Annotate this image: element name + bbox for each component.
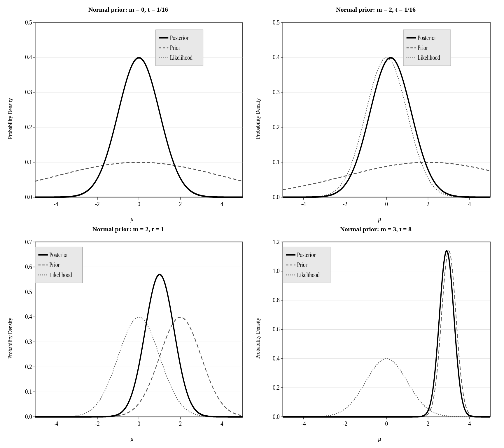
plot-2-title: Normal prior: m = 2, t = 1/16	[336, 6, 416, 13]
plot-1-svg: 0.00.10.20.30.40.5-4-2024PosteriorPriorL…	[13, 15, 251, 215]
svg-text:-4: -4	[301, 420, 306, 428]
svg-text:Prior: Prior	[418, 44, 428, 51]
plot-2-svg-container: 0.00.10.20.30.40.5-4-2024PosteriorPriorL…	[261, 15, 498, 215]
svg-text:0.5: 0.5	[273, 18, 280, 26]
svg-text:2: 2	[179, 200, 182, 208]
svg-text:2: 2	[427, 200, 429, 208]
plot-1-title: Normal prior: m = 0, t = 1/16	[88, 6, 168, 13]
plot-2-svg: 0.00.10.20.30.40.5-4-2024PosteriorPriorL…	[261, 15, 498, 215]
svg-text:0.5: 0.5	[25, 288, 32, 296]
svg-text:Prior: Prior	[170, 44, 180, 51]
svg-text:-2: -2	[343, 420, 347, 428]
svg-text:0.7: 0.7	[25, 238, 32, 246]
plot-2-ylabel: Probability Density	[253, 15, 261, 223]
svg-rect-0	[35, 22, 243, 197]
plot-3: Normal prior: m = 2, t = 1 Probability D…	[6, 225, 251, 442]
plot-4-ylabel: Probability Density	[253, 235, 261, 442]
plot-1-chart: 0.00.10.20.30.40.5-4-2024PosteriorPriorL…	[13, 15, 251, 223]
svg-text:0.2: 0.2	[273, 123, 280, 131]
svg-text:-4: -4	[54, 420, 58, 428]
svg-text:4: 4	[220, 200, 223, 208]
svg-text:0.0: 0.0	[25, 193, 32, 201]
svg-text:0.4: 0.4	[273, 354, 280, 362]
svg-text:0: 0	[137, 200, 140, 208]
svg-text:-4: -4	[301, 200, 306, 208]
svg-text:0.2: 0.2	[25, 363, 32, 371]
svg-text:Likelihood: Likelihood	[49, 271, 72, 278]
plot-4-svg: 0.00.20.40.60.81.01.2-4-2024PosteriorPri…	[261, 235, 498, 434]
svg-text:0.2: 0.2	[273, 384, 280, 391]
svg-text:0.4: 0.4	[25, 53, 32, 61]
svg-text:4: 4	[468, 200, 471, 208]
svg-text:0.3: 0.3	[25, 88, 32, 96]
svg-text:0.1: 0.1	[273, 158, 280, 166]
plot-1-ylabel: Probability Density	[6, 15, 13, 223]
svg-text:Likelihood: Likelihood	[170, 54, 192, 61]
svg-text:Posterior: Posterior	[170, 34, 189, 41]
plot-3-chart: 0.00.10.20.30.40.50.60.7-4-2024Posterior…	[13, 235, 251, 442]
plot-3-xlabel: μ	[13, 434, 251, 442]
svg-text:-4: -4	[54, 200, 58, 208]
plot-3-svg-container: 0.00.10.20.30.40.50.60.7-4-2024Posterior…	[13, 235, 251, 434]
plot-2-area: Probability Density 0.00.10.20.30.40.5-4…	[253, 15, 498, 223]
svg-text:0: 0	[385, 420, 388, 428]
svg-text:-2: -2	[343, 200, 347, 208]
plot-1-area: Probability Density 0.00.10.20.30.40.5-4…	[6, 15, 251, 223]
svg-text:0.2: 0.2	[25, 123, 32, 131]
plot-3-ylabel: Probability Density	[6, 235, 13, 442]
plot-1: Normal prior: m = 0, t = 1/16 Probabilit…	[6, 6, 251, 223]
plot-2-xlabel: μ	[261, 215, 498, 223]
svg-text:Prior: Prior	[297, 261, 307, 268]
plot-2: Normal prior: m = 2, t = 1/16 Probabilit…	[253, 6, 498, 223]
svg-text:4: 4	[468, 420, 471, 428]
svg-text:-2: -2	[95, 420, 100, 428]
svg-text:0.4: 0.4	[273, 53, 280, 61]
svg-text:2: 2	[427, 420, 429, 428]
svg-text:0.0: 0.0	[273, 413, 280, 421]
plot-3-area: Probability Density 0.00.10.20.30.40.50.…	[6, 235, 251, 442]
plot-4-xlabel: μ	[261, 434, 498, 442]
svg-text:0.4: 0.4	[25, 313, 32, 321]
svg-text:Posterior: Posterior	[297, 251, 316, 258]
svg-text:0: 0	[137, 420, 140, 428]
svg-text:0.6: 0.6	[273, 325, 280, 333]
svg-text:-2: -2	[95, 200, 100, 208]
svg-text:0.0: 0.0	[273, 193, 280, 201]
plot-4: Normal prior: m = 3, t = 8 Probability D…	[253, 225, 498, 442]
svg-text:0.5: 0.5	[25, 18, 32, 26]
svg-rect-36	[283, 22, 490, 197]
plot-1-xlabel: μ	[13, 215, 251, 223]
main-grid: Normal prior: m = 0, t = 1/16 Probabilit…	[0, 0, 504, 448]
svg-text:Likelihood: Likelihood	[297, 271, 319, 278]
svg-text:0.1: 0.1	[25, 388, 32, 396]
plot-2-chart: 0.00.10.20.30.40.5-4-2024PosteriorPriorL…	[261, 15, 498, 223]
svg-text:Posterior: Posterior	[418, 34, 436, 41]
svg-text:0.6: 0.6	[25, 263, 32, 271]
svg-text:0.1: 0.1	[25, 158, 32, 166]
plot-4-svg-container: 0.00.20.40.60.81.01.2-4-2024PosteriorPri…	[261, 235, 498, 434]
svg-text:0: 0	[385, 200, 388, 208]
plot-3-svg: 0.00.10.20.30.40.50.60.7-4-2024Posterior…	[13, 235, 251, 434]
plot-4-title: Normal prior: m = 3, t = 8	[340, 225, 412, 233]
svg-text:Likelihood: Likelihood	[418, 54, 440, 61]
svg-text:0.3: 0.3	[25, 338, 32, 346]
plot-4-area: Probability Density 0.00.20.40.60.81.01.…	[253, 235, 498, 442]
svg-text:2: 2	[179, 420, 182, 428]
svg-text:0.8: 0.8	[273, 296, 280, 304]
plot-3-title: Normal prior: m = 2, t = 1	[92, 225, 164, 233]
svg-text:1.2: 1.2	[273, 238, 280, 246]
plot-4-chart: 0.00.20.40.60.81.01.2-4-2024PosteriorPri…	[261, 235, 498, 442]
svg-text:4: 4	[220, 420, 223, 428]
svg-text:0.3: 0.3	[273, 88, 280, 96]
svg-text:Posterior: Posterior	[49, 251, 68, 258]
plot-1-svg-container: 0.00.10.20.30.40.5-4-2024PosteriorPriorL…	[13, 15, 251, 215]
svg-text:0.0: 0.0	[25, 413, 32, 421]
svg-text:1.0: 1.0	[273, 267, 280, 275]
svg-text:Prior: Prior	[49, 261, 60, 268]
